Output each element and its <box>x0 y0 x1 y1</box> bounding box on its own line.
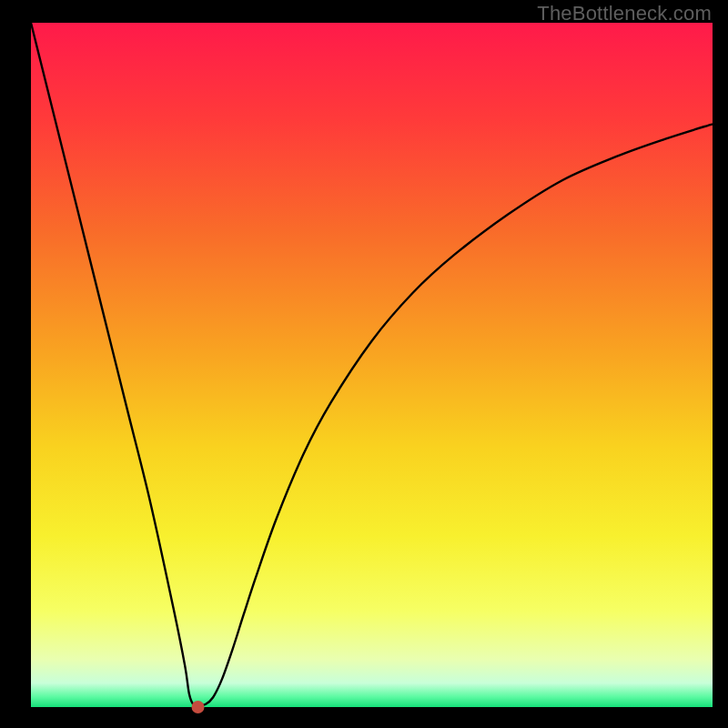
watermark-text: TheBottleneck.com <box>537 2 712 25</box>
chart-svg <box>0 0 728 728</box>
chart-frame: TheBottleneck.com <box>0 0 728 728</box>
plot-background <box>31 23 713 707</box>
optimal-point-marker <box>192 701 205 713</box>
